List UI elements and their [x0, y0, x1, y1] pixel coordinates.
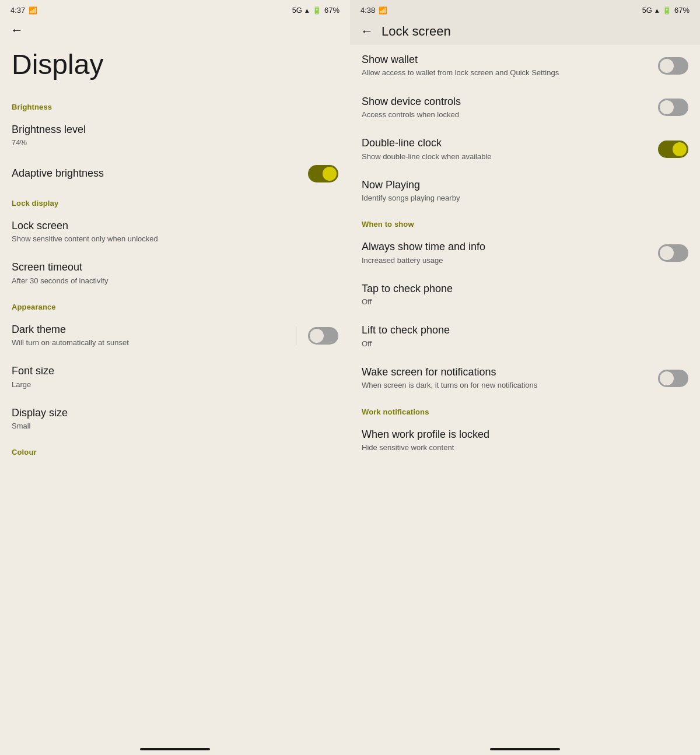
setting-dark-theme-text: Dark theme Will turn on automatically at… [12, 323, 296, 349]
show-wallet-subtitle: Allow access to wallet from lock screen … [362, 68, 651, 78]
setting-dark-theme[interactable]: Dark theme Will turn on automatically at… [0, 315, 350, 357]
dark-theme-toggle-group [296, 325, 338, 346]
double-line-clock-toggle[interactable] [658, 141, 688, 158]
lock-screen-title: Lock screen [12, 219, 338, 233]
font-size-title: Font size [12, 364, 338, 378]
left-time: 4:37 [10, 6, 25, 15]
now-playing-subtitle: Identify songs playing nearby [362, 193, 688, 203]
lift-to-check-subtitle: Off [362, 339, 688, 349]
wake-screen-title: Wake screen for notifications [362, 366, 651, 379]
section-work-notifications-header: Work notifications [350, 399, 700, 420]
setting-lift-to-check[interactable]: Lift to check phone Off [350, 315, 700, 357]
right-status-left: 4:38 📶 [360, 6, 387, 15]
right-top-bar: ← Lock screen [350, 18, 700, 45]
double-line-clock-title: Double-line clock [362, 136, 651, 150]
setting-work-profile-locked[interactable]: When work profile is locked Hide sensiti… [350, 420, 700, 462]
work-profile-locked-subtitle: Hide sensitive work content [362, 443, 688, 453]
tap-to-check-subtitle: Off [362, 297, 688, 307]
setting-always-show-time[interactable]: Always show time and info Increased batt… [350, 232, 700, 274]
right-back-button[interactable]: ← [360, 25, 373, 38]
left-signal-label: 5G [292, 6, 302, 15]
left-signal-icon: ▴ [305, 6, 309, 15]
setting-adaptive-brightness[interactable]: Adaptive brightness [0, 157, 350, 191]
right-status-bar: 4:38 📶 5G ▴ 🔋 67% [350, 0, 700, 18]
show-device-controls-toggle[interactable] [658, 99, 688, 116]
setting-screen-timeout-text: Screen timeout After 30 seconds of inact… [12, 261, 338, 286]
left-sim-icon: 📶 [29, 6, 37, 15]
setting-wake-screen[interactable]: Wake screen for notifications When scree… [350, 357, 700, 399]
setting-tap-to-check-text: Tap to check phone Off [362, 282, 688, 308]
section-lock-display-header: Lock display [0, 191, 350, 211]
left-status-left: 4:37 📶 [10, 6, 37, 15]
lift-to-check-title: Lift to check phone [362, 324, 688, 337]
always-show-time-title: Always show time and info [362, 240, 651, 254]
setting-show-device-controls-text: Show device controls Access controls whe… [362, 95, 651, 121]
section-colour-header: Colour [0, 440, 350, 460]
adaptive-brightness-title: Adaptive brightness [12, 167, 301, 180]
right-status-right: 5G ▴ 🔋 67% [642, 6, 690, 15]
show-device-controls-subtitle: Access controls when locked [362, 110, 651, 120]
tap-to-check-title: Tap to check phone [362, 282, 688, 296]
always-show-time-toggle[interactable] [658, 244, 688, 262]
page-title: Display [0, 37, 350, 94]
brightness-level-subtitle: 74% [12, 138, 338, 148]
show-wallet-toggle[interactable] [658, 57, 688, 75]
setting-adaptive-brightness-text: Adaptive brightness [12, 167, 301, 180]
setting-brightness-level-text: Brightness level 74% [12, 123, 338, 149]
setting-brightness-level[interactable]: Brightness level 74% [0, 115, 350, 157]
setting-font-size[interactable]: Font size Large [0, 356, 350, 398]
left-battery-icon: 🔋 [312, 6, 321, 15]
now-playing-title: Now Playing [362, 178, 688, 192]
section-appearance-header: Appearance [0, 294, 350, 315]
display-size-subtitle: Small [12, 421, 338, 431]
left-panel: 4:37 📶 5G ▴ 🔋 67% ← Display Brightness B… [0, 0, 350, 755]
setting-now-playing[interactable]: Now Playing Identify songs playing nearb… [350, 170, 700, 212]
left-bottom-indicator [140, 748, 210, 750]
setting-always-show-time-text: Always show time and info Increased batt… [362, 240, 651, 266]
setting-now-playing-text: Now Playing Identify songs playing nearb… [362, 178, 688, 204]
show-wallet-title: Show wallet [362, 53, 651, 66]
left-status-bar: 4:37 📶 5G ▴ 🔋 67% [0, 0, 350, 18]
setting-tap-to-check[interactable]: Tap to check phone Off [350, 274, 700, 316]
right-bottom-bar [350, 742, 700, 755]
setting-show-device-controls[interactable]: Show device controls Access controls whe… [350, 87, 700, 129]
setting-show-wallet[interactable]: Show wallet Allow access to wallet from … [350, 45, 700, 87]
adaptive-brightness-toggle[interactable] [308, 165, 338, 182]
left-top-bar: ← [0, 18, 350, 37]
right-time: 4:38 [360, 6, 375, 15]
section-brightness-header: Brightness [0, 94, 350, 115]
right-signal-label: 5G [642, 6, 652, 15]
left-battery-pct: 67% [324, 6, 340, 15]
setting-double-line-clock[interactable]: Double-line clock Show double-line clock… [350, 128, 700, 170]
right-bottom-indicator [490, 748, 560, 750]
setting-double-line-clock-text: Double-line clock Show double-line clock… [362, 136, 651, 162]
wake-screen-toggle[interactable] [658, 370, 688, 387]
show-device-controls-title: Show device controls [362, 95, 651, 108]
right-panel: 4:38 📶 5G ▴ 🔋 67% ← Lock screen Show wal… [350, 0, 700, 755]
setting-show-wallet-text: Show wallet Allow access to wallet from … [362, 53, 651, 79]
dark-theme-subtitle: Will turn on automatically at sunset [12, 338, 296, 348]
screen-timeout-title: Screen timeout [12, 261, 338, 274]
display-size-title: Display size [12, 406, 338, 420]
right-battery-pct: 67% [674, 6, 690, 15]
setting-screen-timeout[interactable]: Screen timeout After 30 seconds of inact… [0, 252, 350, 294]
left-back-button[interactable]: ← [10, 24, 23, 37]
right-signal-icon: ▴ [655, 6, 659, 15]
right-battery-icon: 🔋 [662, 6, 671, 15]
setting-display-size[interactable]: Display size Small [0, 398, 350, 440]
right-page-title: Lock screen [382, 24, 451, 39]
wake-screen-subtitle: When screen is dark, it turns on for new… [362, 380, 651, 391]
left-status-right: 5G ▴ 🔋 67% [292, 6, 340, 15]
dark-theme-toggle[interactable] [308, 327, 338, 345]
always-show-time-subtitle: Increased battery usage [362, 255, 651, 266]
setting-lock-screen[interactable]: Lock screen Show sensitive content only … [0, 211, 350, 253]
font-size-subtitle: Large [12, 380, 338, 390]
setting-wake-screen-text: Wake screen for notifications When scree… [362, 366, 651, 391]
setting-lock-screen-text: Lock screen Show sensitive content only … [12, 219, 338, 245]
dark-theme-title: Dark theme [12, 323, 296, 336]
setting-display-size-text: Display size Small [12, 406, 338, 432]
brightness-level-title: Brightness level [12, 123, 338, 136]
double-line-clock-subtitle: Show double-line clock when available [362, 152, 651, 162]
dark-theme-divider [296, 325, 296, 346]
setting-lift-to-check-text: Lift to check phone Off [362, 324, 688, 349]
